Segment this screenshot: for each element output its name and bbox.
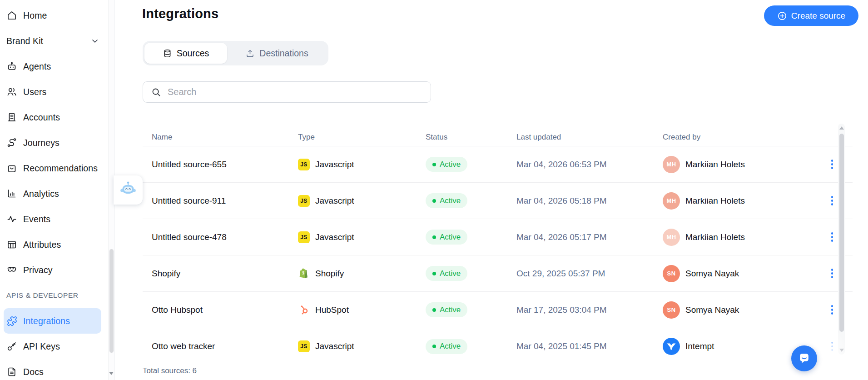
sidebar-item-home[interactable]: Home <box>4 3 101 28</box>
column-header-type: Type <box>298 133 426 142</box>
upload-tray-icon <box>245 49 255 58</box>
search-icon <box>151 87 161 97</box>
chat-launcher-button[interactable] <box>791 345 817 371</box>
sidebar-item-accounts[interactable]: Accounts <box>4 105 101 130</box>
sidebar-item-attributes[interactable]: Attributes <box>4 232 101 257</box>
robot-mascot-icon <box>119 180 137 200</box>
created-by-name: Markiian Holets <box>685 196 745 206</box>
sidebar-section-apis-developer: APIS & DEVELOPER <box>0 283 114 308</box>
row-menu-button[interactable] <box>828 302 836 317</box>
column-header-last-updated: Last updated <box>516 133 663 142</box>
status-dot-icon <box>432 345 436 348</box>
sidebar-item-label: Users <box>23 87 46 97</box>
last-updated: Mar 04, 2025 01:45 PM <box>516 341 663 351</box>
row-menu-button[interactable] <box>828 266 836 281</box>
sidebar-item-label: Privacy <box>23 265 53 275</box>
content-scrollbar-thumb[interactable] <box>839 134 844 332</box>
table-row[interactable]: Untitled source-478 JS Javascript Active… <box>143 219 853 255</box>
table-row[interactable]: Shopify Shopify Active Oct 29, 2025 05:3… <box>143 255 853 292</box>
source-type-label: Javascript <box>315 341 354 351</box>
avatar: MH <box>663 192 680 210</box>
table-row[interactable]: Untitled source-911 JS Javascript Active… <box>143 183 853 219</box>
puzzle-icon <box>6 315 17 326</box>
created-by-name: Markiian Holets <box>685 232 745 242</box>
table-header-row: Name Type Status Last updated Created by <box>143 129 853 146</box>
sidebar-item-recommendations[interactable]: Recommendations <box>4 155 101 181</box>
sidebar-item-events[interactable]: Events <box>4 206 101 232</box>
last-updated: Mar 17, 2025 03:04 PM <box>516 305 663 315</box>
main-content: Integrations Create source Sources Desti… <box>114 0 868 380</box>
tab-destinations-label: Destinations <box>259 48 308 59</box>
sidebar-item-brand-kit[interactable]: Brand Kit <box>4 28 101 54</box>
bar-chart-icon <box>6 188 17 199</box>
column-header-name: Name <box>143 133 298 142</box>
sidebar-item-label: Accounts <box>23 112 60 123</box>
sidebar-scroll-down-arrow[interactable] <box>109 372 114 375</box>
last-updated: Mar 04, 2026 05:18 PM <box>516 196 663 206</box>
row-menu-button[interactable] <box>828 157 836 172</box>
sidebar-scrollbar-thumb[interactable] <box>109 249 114 353</box>
search-input[interactable] <box>168 87 431 97</box>
created-by-name: Somya Nayak <box>685 269 739 279</box>
sidebar-item-label: Recommendations <box>23 163 98 174</box>
sidebar-item-label: Home <box>23 10 47 21</box>
content-scrollbar[interactable] <box>838 124 845 355</box>
sidebar-item-agents[interactable]: Agents <box>4 54 101 79</box>
row-menu-button[interactable] <box>828 193 836 208</box>
database-icon <box>163 49 172 58</box>
table-row[interactable]: Otto Hubspot HubSpot Active Mar 17, 2025… <box>143 292 853 328</box>
status-badge: Active <box>426 157 467 172</box>
javascript-icon: JS <box>298 195 310 207</box>
robot-icon <box>6 61 17 72</box>
row-menu-button[interactable] <box>828 339 836 354</box>
sidebar-item-label: Agents <box>23 61 51 72</box>
tab-sources[interactable]: Sources <box>144 43 227 64</box>
status-badge: Active <box>426 266 467 281</box>
row-menu-button[interactable] <box>828 230 836 245</box>
source-type-label: Javascript <box>315 196 354 206</box>
chevron-down-icon <box>90 36 99 45</box>
create-source-button[interactable]: Create source <box>764 5 858 26</box>
status-badge: Active <box>426 193 467 208</box>
javascript-icon: JS <box>298 231 310 243</box>
created-by-name: Markiian Holets <box>685 160 745 170</box>
sidebar-item-docs[interactable]: Docs <box>4 359 101 380</box>
sidebar-item-integrations[interactable]: Integrations <box>4 308 101 334</box>
sidebar-item-analytics[interactable]: Analytics <box>4 181 101 206</box>
document-icon <box>6 366 17 377</box>
building-icon <box>6 112 17 123</box>
last-updated: Oct 29, 2025 05:37 PM <box>516 269 663 279</box>
status-badge: Active <box>426 339 467 354</box>
source-name: Untitled source-911 <box>143 196 298 206</box>
users-icon <box>6 86 17 97</box>
status-dot-icon <box>432 308 436 312</box>
table-row[interactable]: Otto web tracker JS Javascript Active Ma… <box>143 328 853 365</box>
integrations-page: { "app": { "accent_color": "#2B7FFF" }, … <box>0 0 868 380</box>
sources-destinations-tabs: Sources Destinations <box>143 41 328 65</box>
source-type-label: Javascript <box>315 160 354 170</box>
column-header-status: Status <box>426 133 516 142</box>
sidebar-item-journeys[interactable]: Journeys <box>4 130 101 155</box>
source-name: Untitled source-478 <box>143 232 298 242</box>
home-icon <box>6 10 17 21</box>
table-row[interactable]: Untitled source-655 JS Javascript Active… <box>143 146 853 183</box>
column-header-created-by: Created by <box>663 133 812 142</box>
source-type-label: HubSpot <box>315 305 349 315</box>
avatar: MH <box>663 229 680 246</box>
javascript-icon: JS <box>298 159 310 170</box>
assistant-widget-tab[interactable] <box>114 175 143 205</box>
sidebar-item-privacy[interactable]: Privacy <box>4 257 101 283</box>
status-dot-icon <box>432 235 436 239</box>
status-dot-icon <box>432 272 436 275</box>
tab-destinations[interactable]: Destinations <box>227 43 327 64</box>
sidebar-item-users[interactable]: Users <box>4 79 101 105</box>
source-name: Otto web tracker <box>143 341 298 351</box>
hubspot-icon <box>298 305 310 315</box>
sidebar: Home Brand Kit Agents Users Accounts Jou… <box>0 0 114 380</box>
scroll-down-arrow[interactable] <box>839 349 844 352</box>
scroll-up-arrow[interactable] <box>839 126 844 130</box>
sidebar-item-api-keys[interactable]: API Keys <box>4 334 101 359</box>
sidebar-item-label: Integrations <box>23 316 70 326</box>
shopping-bag-icon <box>6 163 17 174</box>
last-updated: Mar 04, 2026 06:53 PM <box>516 160 663 170</box>
